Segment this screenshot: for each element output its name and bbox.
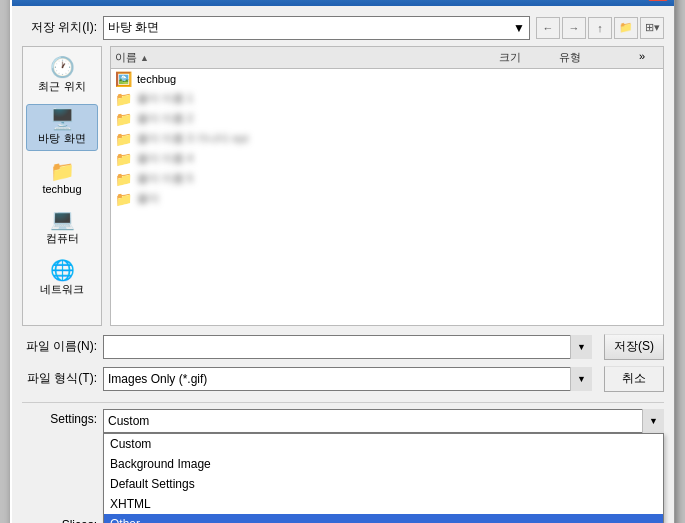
cancel-button[interactable]: 취소 [604,366,664,392]
location-select[interactable]: 바탕 화면 ▼ [103,16,530,40]
file-name: 폴더 이름 5 [137,171,659,186]
views-button[interactable]: ⊞▾ [640,17,664,39]
sidebar-item-desktop[interactable]: 🖥️ 바탕 화면 [26,104,98,151]
file-name: 폴더 이름 1 [137,91,659,106]
dropdown-item-bg[interactable]: Background Image [104,454,663,474]
cancel-btn-row: 취소 [604,366,664,392]
sidebar-item-recent[interactable]: 🕐 최근 위치 [26,53,98,98]
format-select[interactable]: Images Only (*.gif) All Files (*.*) [103,367,592,391]
close-button[interactable]: ✕ [648,0,668,1]
sidebar-item-desktop-label: 바탕 화면 [38,131,85,146]
file-row[interactable]: 📁 폴더 이름 1 [111,89,663,109]
toolbar-icons: ← → ↑ 📁 ⊞▾ [536,17,664,39]
settings-row: Settings: Custom Background Image Defaul… [22,409,664,433]
filename-label: 파일 이름(N): [22,338,97,355]
filename-input-wrapper: ▼ [103,335,592,359]
file-row[interactable]: 📁 폴더 이름 2 [111,109,663,129]
sidebar-item-computer-label: 컴퓨터 [46,231,79,246]
file-icon: 📁 [115,111,133,127]
dropdown-item-default[interactable]: Default Settings [104,474,663,494]
settings-select-wrapper: Custom Background Image Default Settings… [103,409,664,433]
location-arrow: ▼ [513,21,525,35]
save-dialog: 💾 Save Optimized As ✕ 저장 위치(I): 바탕 화면 ▼ … [10,0,675,523]
file-area: 이름 ▲ 크기 유형 » 🖼️ techbug 📁 폴더 이름 1 [110,46,664,326]
location-label: 저장 위치(I): [22,19,97,36]
col-extra-header: » [639,50,659,65]
btn-row: 저장(S) [604,334,664,360]
file-icon: 📁 [115,151,133,167]
file-row[interactable]: 📁 폴더 이름 5 [111,169,663,189]
sidebar: 🕐 최근 위치 🖥️ 바탕 화면 📁 techbug 💻 컴퓨터 🌐 [22,46,102,326]
sidebar-item-techbug[interactable]: 📁 techbug [26,157,98,199]
file-row[interactable]: 🖼️ techbug [111,69,663,89]
file-name: 폴더 이름 2 [137,111,659,126]
col-name-header: 이름 ▲ [115,50,499,65]
file-icon: 📁 [115,191,133,207]
location-row: 저장 위치(I): 바탕 화면 ▼ ← → ↑ 📁 ⊞▾ [22,16,664,40]
file-name: techbug [137,73,659,85]
file-icon: 📁 [115,131,133,147]
settings-label: Settings: [22,409,97,426]
filename-row: 파일 이름(N): ▼ 저장(S) [22,334,664,360]
settings-input-row: Custom Background Image Default Settings… [103,409,664,433]
slices-label: Slices: [22,518,97,524]
col-type-header: 유형 [559,50,639,65]
sidebar-item-recent-label: 최근 위치 [38,79,85,94]
file-row[interactable]: 📁 폴더 이름 3 가나다 xyz [111,129,663,149]
dropdown-item-other[interactable]: Other... [104,514,663,524]
sidebar-item-techbug-label: techbug [42,183,81,195]
file-name: 폴더 [137,191,659,206]
settings-select[interactable]: Custom Background Image Default Settings… [103,409,664,433]
file-row[interactable]: 📁 폴더 이름 4 [111,149,663,169]
filename-input[interactable] [103,335,592,359]
desktop-icon: 🖥️ [50,109,75,129]
dropdown-item-custom[interactable]: Custom [104,434,663,454]
file-icon: 📁 [115,171,133,187]
sidebar-item-computer[interactable]: 💻 컴퓨터 [26,205,98,250]
techbug-icon: 📁 [50,161,75,181]
bottom-rows: 파일 이름(N): ▼ 저장(S) 파일 형식(T): Images Only … [22,334,664,524]
settings-dropdown: Custom Background Image Default Settings… [103,433,664,524]
file-name: 폴더 이름 3 가나다 xyz [137,131,659,146]
dialog-body: 저장 위치(I): 바탕 화면 ▼ ← → ↑ 📁 ⊞▾ 🕐 최근 위치 [12,6,674,524]
file-icon: 📁 [115,91,133,107]
file-header: 이름 ▲ 크기 유형 » [111,47,663,69]
back-button[interactable]: ← [536,17,560,39]
bottom-section: Settings: Custom Background Image Defaul… [22,402,664,524]
col-size-header: 크기 [499,50,559,65]
save-button[interactable]: 저장(S) [604,334,664,360]
dropdown-item-xhtml[interactable]: XHTML [104,494,663,514]
main-area: 🕐 최근 위치 🖥️ 바탕 화면 📁 techbug 💻 컴퓨터 🌐 [22,46,664,326]
file-list: 🖼️ techbug 📁 폴더 이름 1 📁 폴더 이름 2 📁 폴더 이름 3… [111,69,663,325]
format-label: 파일 형식(T): [22,370,97,387]
file-icon: 🖼️ [115,71,133,87]
network-icon: 🌐 [50,260,75,280]
format-row: 파일 형식(T): Images Only (*.gif) All Files … [22,366,664,392]
forward-button[interactable]: → [562,17,586,39]
computer-icon: 💻 [50,209,75,229]
file-name: 폴더 이름 4 [137,151,659,166]
location-value: 바탕 화면 [108,19,159,36]
format-select-wrapper: Images Only (*.gif) All Files (*.*) ▼ [103,367,592,391]
sort-arrow: ▲ [140,53,149,63]
file-row[interactable]: 📁 폴더 [111,189,663,209]
up-button[interactable]: ↑ [588,17,612,39]
new-folder-button[interactable]: 📁 [614,17,638,39]
sidebar-item-network-label: 네트워크 [40,282,84,297]
recent-icon: 🕐 [50,57,75,77]
sidebar-item-network[interactable]: 🌐 네트워크 [26,256,98,301]
